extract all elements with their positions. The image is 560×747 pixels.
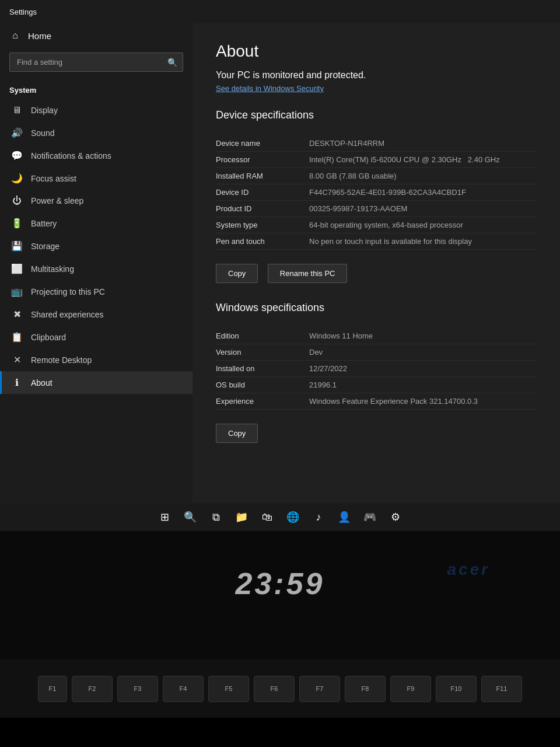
rename-pc-button[interactable]: Rename this PC — [268, 264, 348, 283]
spec-value: 8.00 GB (7.88 GB usable) — [309, 172, 537, 180]
taskbar-extra-icon[interactable]: ⚙ — [384, 505, 407, 529]
windows-specs-heading: Windows specifications — [216, 302, 537, 316]
sidebar-item-label: Projecting to this PC — [31, 287, 105, 296]
spec-label: System type — [216, 221, 309, 229]
sidebar-item-label: Multitasking — [31, 264, 74, 274]
sidebar-item-label: Remote Desktop — [31, 355, 92, 365]
taskbar-teams-icon[interactable]: 👤 — [332, 505, 356, 529]
app-title: Settings — [9, 8, 37, 16]
sidebar: ⌂ Home 🔍 System 🖥 Display 🔊 Sound 💬 N — [0, 23, 192, 503]
taskbar-search-icon[interactable]: 🔍 — [178, 505, 202, 529]
security-link[interactable]: See details in Windows Security — [216, 84, 537, 93]
key-f8[interactable]: F8 — [345, 676, 386, 702]
taskbar-start-icon[interactable]: ⊞ — [153, 505, 176, 529]
sidebar-item-shared[interactable]: ✖ Shared experiences — [0, 303, 192, 326]
table-row: Edition Windows 11 Home — [216, 328, 537, 344]
taskbar-xbox-icon[interactable]: 🎮 — [358, 505, 382, 529]
key-f2[interactable]: F2 — [72, 676, 113, 702]
spec-label: Installed RAM — [216, 172, 309, 180]
taskbar-spotify-icon[interactable]: ♪ — [307, 505, 330, 529]
multitasking-icon: ⬜ — [11, 263, 23, 274]
content-area: ⌂ Home 🔍 System 🖥 Display 🔊 Sound 💬 N — [0, 23, 560, 503]
spec-value: No pen or touch input is available for t… — [309, 237, 537, 246]
key-f11[interactable]: F11 — [481, 676, 522, 702]
table-row: Device ID F44C7965-52AE-4E01-939B-62CA3A… — [216, 184, 537, 201]
taskbar-store-icon[interactable]: 🛍 — [256, 505, 279, 529]
table-row: Version Dev — [216, 344, 537, 361]
table-row: Device name DESKTOP-N1R4RRM — [216, 135, 537, 152]
taskbar-edge-icon[interactable]: 🌐 — [281, 505, 304, 529]
sidebar-item-power[interactable]: ⏻ Power & sleep — [0, 190, 192, 212]
key-f7[interactable]: F7 — [299, 676, 340, 702]
device-specs-heading: Device specifications — [216, 109, 537, 124]
sidebar-item-clipboard[interactable]: 📋 Clipboard — [0, 326, 192, 348]
key-f1[interactable]: F1 — [38, 676, 67, 702]
spec-label: Edition — [216, 331, 309, 340]
spec-value: 12/27/2022 — [309, 364, 537, 373]
key-f6[interactable]: F6 — [254, 676, 295, 702]
sidebar-item-multitasking[interactable]: ⬜ Multitasking — [0, 257, 192, 280]
taskbar-files-icon[interactable]: 📁 — [230, 505, 253, 529]
about-icon: ℹ — [11, 377, 23, 388]
shared-icon: ✖ — [11, 309, 23, 320]
sidebar-item-label: Shared experiences — [31, 310, 104, 319]
sidebar-item-storage[interactable]: 💾 Storage — [0, 235, 192, 257]
spec-value: 21996.1 — [309, 381, 537, 389]
key-f9[interactable]: F9 — [390, 676, 431, 702]
search-icon: 🔍 — [167, 58, 177, 67]
sound-icon: 🔊 — [11, 127, 23, 138]
sidebar-item-projecting[interactable]: 📺 Projecting to this PC — [0, 280, 192, 303]
remote-icon: ✕ — [11, 354, 23, 365]
clipboard-icon: 📋 — [11, 331, 23, 343]
spec-value: 64-bit operating system, x64-based proce… — [309, 221, 537, 229]
table-row: Product ID 00325-95987-19173-AAOEM — [216, 201, 537, 217]
key-f10[interactable]: F10 — [436, 676, 477, 702]
laptop-bezel: acer 23:59 — [0, 531, 560, 659]
sidebar-item-remote[interactable]: ✕ Remote Desktop — [0, 348, 192, 371]
focus-icon: 🌙 — [11, 173, 23, 184]
sidebar-item-battery[interactable]: 🔋 Battery — [0, 212, 192, 235]
spec-label: OS build — [216, 381, 309, 389]
copy-device-button[interactable]: Copy — [216, 264, 258, 283]
settings-window: Settings ⌂ Home 🔍 System 🖥 Display — [0, 0, 560, 531]
display-icon: 🖥 — [11, 105, 23, 116]
acer-logo: acer — [447, 560, 490, 579]
sidebar-item-focus[interactable]: 🌙 Focus assist — [0, 167, 192, 190]
spec-value: Windows 11 Home — [309, 331, 537, 340]
sidebar-item-label: Display — [31, 106, 58, 115]
table-row: OS build 21996.1 — [216, 377, 537, 393]
clock-display: 23:59 — [236, 566, 325, 601]
sidebar-item-label: Storage — [31, 242, 60, 251]
sidebar-item-home[interactable]: ⌂ Home — [0, 23, 192, 48]
sidebar-item-label: Power & sleep — [31, 196, 83, 205]
sidebar-item-sound[interactable]: 🔊 Sound — [0, 121, 192, 144]
storage-icon: 💾 — [11, 240, 23, 252]
search-box: 🔍 — [9, 53, 183, 72]
keyboard-row: F1 F2 F3 F4 F5 F6 F7 F8 F9 F10 F11 — [0, 659, 560, 718]
table-row: Installed RAM 8.00 GB (7.88 GB usable) — [216, 168, 537, 184]
spec-value: Dev — [309, 348, 537, 357]
key-f4[interactable]: F4 — [163, 676, 204, 702]
spec-value: DESKTOP-N1R4RRM — [309, 139, 537, 148]
projecting-icon: 📺 — [11, 286, 23, 297]
table-row: Processor Intel(R) Core(TM) i5-6200U CPU… — [216, 152, 537, 168]
device-spec-table: Device name DESKTOP-N1R4RRM Processor In… — [216, 135, 537, 250]
sidebar-item-about[interactable]: ℹ About — [0, 371, 192, 394]
search-input[interactable] — [9, 53, 183, 72]
key-f5[interactable]: F5 — [208, 676, 249, 702]
taskbar-taskview-icon[interactable]: ⧉ — [204, 505, 228, 529]
sidebar-item-notifications[interactable]: 💬 Notifications & actions — [0, 144, 192, 167]
sidebar-item-label: Focus assist — [31, 174, 76, 183]
spec-label: Experience — [216, 397, 309, 406]
table-row: Installed on 12/27/2022 — [216, 361, 537, 377]
power-icon: ⏻ — [11, 196, 23, 206]
copy-windows-button[interactable]: Copy — [216, 424, 258, 443]
spec-label: Pen and touch — [216, 237, 309, 246]
spec-label: Product ID — [216, 204, 309, 213]
key-f3[interactable]: F3 — [117, 676, 158, 702]
home-icon: ⌂ — [9, 30, 21, 41]
sidebar-item-label: Battery — [31, 219, 57, 228]
title-bar: Settings — [0, 0, 560, 23]
sidebar-item-display[interactable]: 🖥 Display — [0, 99, 192, 121]
main-content: About Your PC is monitored and protected… — [192, 23, 560, 503]
